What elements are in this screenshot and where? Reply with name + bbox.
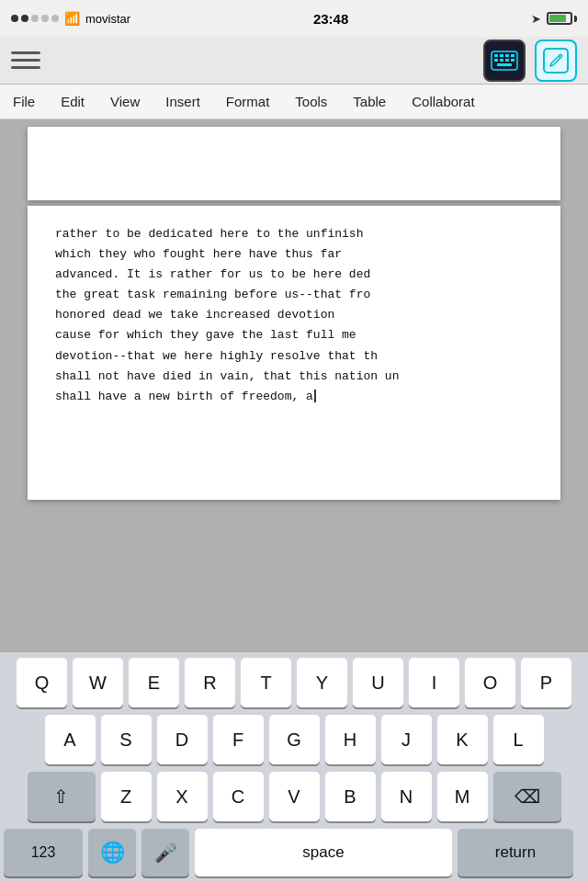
key-s[interactable]: S — [101, 715, 152, 764]
signal-dots — [11, 15, 59, 22]
hamburger-line-3 — [11, 66, 40, 69]
key-g[interactable]: G — [269, 715, 320, 764]
toolbar — [0, 37, 588, 85]
key-t[interactable]: T — [241, 658, 291, 707]
key-i[interactable]: I — [409, 658, 459, 707]
toolbar-right — [483, 40, 577, 82]
menu-view[interactable]: View — [97, 85, 153, 119]
battery-tip — [574, 16, 577, 22]
svg-rect-10 — [544, 49, 568, 73]
key-z[interactable]: Z — [101, 772, 152, 821]
svg-line-11 — [559, 56, 560, 58]
text-cursor — [314, 390, 316, 402]
svg-rect-9 — [497, 63, 512, 66]
keyboard-bottom-row: 123 🌐 🎤 space return — [0, 829, 588, 876]
status-time: 23:48 — [313, 11, 348, 27]
menu-bar: File Edit View Insert Format Tools Table… — [0, 85, 588, 119]
document-area: rather to be dedicated here to the unfin… — [0, 119, 588, 652]
key-d[interactable]: D — [157, 715, 208, 764]
key-m[interactable]: M — [437, 772, 488, 821]
edit-icon-button[interactable] — [535, 40, 577, 82]
status-left: 📶 movistar — [11, 11, 130, 26]
battery — [547, 12, 577, 25]
key-p[interactable]: P — [521, 658, 571, 707]
svg-rect-4 — [511, 54, 514, 57]
numbers-key[interactable]: 123 — [4, 829, 83, 876]
return-key[interactable]: return — [458, 829, 573, 876]
key-q[interactable]: Q — [17, 658, 67, 707]
signal-dot-1 — [11, 15, 18, 22]
menu-tools[interactable]: Tools — [282, 85, 340, 119]
keyboard-icon-button[interactable] — [483, 40, 526, 82]
key-r[interactable]: R — [185, 658, 235, 707]
carrier-name: movistar — [85, 12, 130, 26]
key-h[interactable]: H — [325, 715, 376, 764]
key-y[interactable]: Y — [297, 658, 347, 707]
svg-rect-6 — [500, 59, 503, 62]
signal-dot-2 — [21, 15, 28, 22]
wifi-icon: 📶 — [64, 11, 80, 26]
page-top — [28, 127, 560, 200]
space-key[interactable]: space — [195, 829, 452, 876]
hamburger-line-2 — [11, 59, 40, 62]
svg-rect-3 — [505, 54, 509, 57]
key-l[interactable]: L — [493, 715, 544, 764]
hamburger-line-1 — [11, 51, 40, 54]
status-bar: 📶 movistar 23:48 ➤ — [0, 0, 588, 37]
key-j[interactable]: J — [381, 715, 432, 764]
menu-insert[interactable]: Insert — [153, 85, 213, 119]
menu-file[interactable]: File — [0, 85, 48, 119]
shift-key[interactable]: ⇧ — [28, 772, 96, 821]
keyboard: Q W E R T Y U I O P A S D F G H J K L ⇧ … — [0, 652, 588, 882]
signal-dot-5 — [51, 15, 59, 22]
document-text: rather to be dedicated here to the unfin… — [55, 224, 533, 407]
edit-icon — [542, 47, 570, 74]
menu-table[interactable]: Table — [340, 85, 399, 119]
svg-rect-1 — [494, 54, 498, 57]
key-x[interactable]: X — [157, 772, 208, 821]
svg-rect-2 — [500, 54, 503, 57]
keyboard-row-2: A S D F G H J K L — [0, 715, 588, 764]
key-v[interactable]: V — [269, 772, 320, 821]
location-icon: ➤ — [531, 12, 541, 26]
key-k[interactable]: K — [437, 715, 488, 764]
battery-fill — [549, 15, 566, 22]
key-a[interactable]: A — [45, 715, 96, 764]
key-c[interactable]: C — [213, 772, 264, 821]
signal-dot-4 — [41, 15, 49, 22]
page-main[interactable]: rather to be dedicated here to the unfin… — [28, 206, 560, 500]
menu-collaborate[interactable]: Collaborat — [399, 85, 487, 119]
key-e[interactable]: E — [129, 658, 179, 707]
backspace-key[interactable]: ⌫ — [493, 772, 561, 821]
key-u[interactable]: U — [353, 658, 403, 707]
hamburger-menu[interactable] — [11, 51, 40, 69]
status-right: ➤ — [531, 12, 577, 26]
battery-body — [547, 12, 572, 25]
key-n[interactable]: N — [381, 772, 432, 821]
svg-rect-5 — [494, 59, 498, 62]
keyboard-row-1: Q W E R T Y U I O P — [0, 658, 588, 707]
svg-rect-7 — [505, 59, 509, 62]
mic-key[interactable]: 🎤 — [141, 829, 189, 876]
globe-key[interactable]: 🌐 — [88, 829, 136, 876]
keyboard-row-3: ⇧ Z X C V B N M ⌫ — [0, 772, 588, 821]
menu-format[interactable]: Format — [213, 85, 283, 119]
key-f[interactable]: F — [213, 715, 264, 764]
menu-edit[interactable]: Edit — [48, 85, 97, 119]
key-o[interactable]: O — [465, 658, 515, 707]
keyboard-icon — [491, 51, 518, 71]
key-w[interactable]: W — [73, 658, 123, 707]
svg-rect-8 — [511, 59, 514, 62]
key-b[interactable]: B — [325, 772, 376, 821]
signal-dot-3 — [31, 15, 39, 22]
